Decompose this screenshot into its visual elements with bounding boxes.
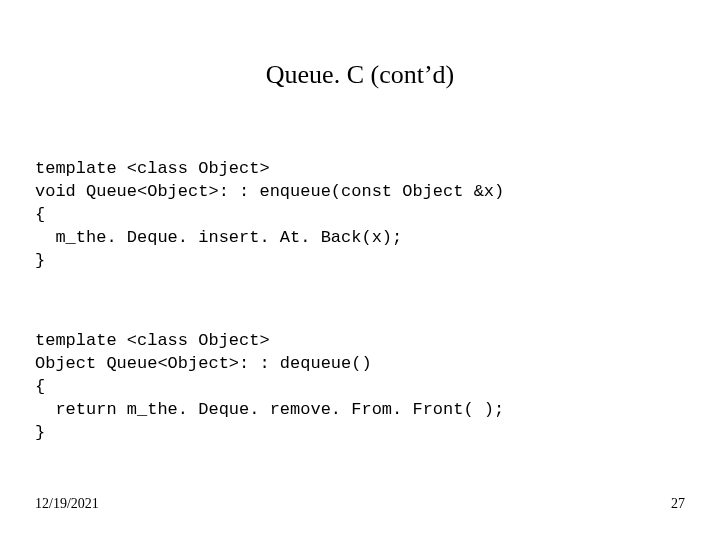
footer-page-number: 27 xyxy=(671,496,685,512)
code-block-enqueue: template <class Object> void Queue<Objec… xyxy=(35,158,685,273)
footer-date: 12/19/2021 xyxy=(35,496,99,512)
slide-title: Queue. C (cont’d) xyxy=(0,60,720,90)
code-block-dequeue: template <class Object> Object Queue<Obj… xyxy=(35,330,685,445)
slide: Queue. C (cont’d) template <class Object… xyxy=(0,0,720,540)
